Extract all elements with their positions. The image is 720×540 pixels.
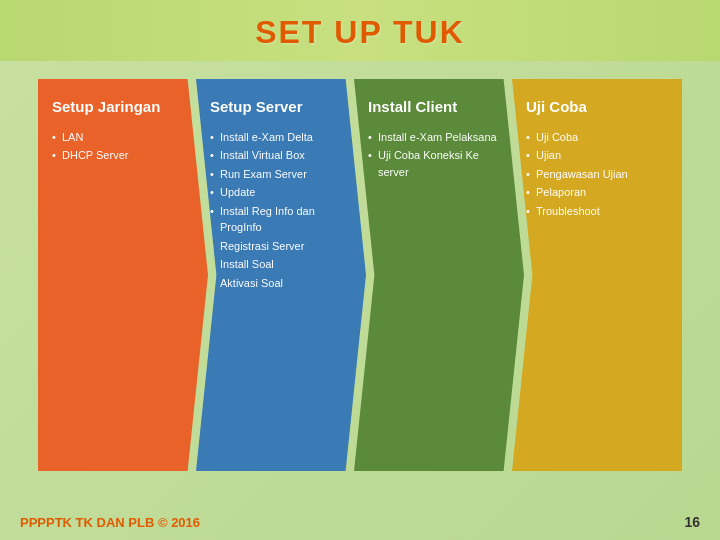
list-item: Run Exam Server [210,166,352,183]
column-list-uji-coba: Uji CobaUjianPengawasan UjianPelaporanTr… [526,129,668,222]
column-install-client: Install ClientInstall e-Xam PelaksanaUji… [354,79,524,471]
list-item: Update [210,184,352,201]
list-item: Pelaporan [526,184,668,201]
list-item: DHCP Server [52,147,194,164]
columns-container: Setup JaringanLANDHCP ServerSetup Server… [0,61,720,481]
list-item: Registrasi Server [210,238,352,255]
list-item: Ujian [526,147,668,164]
page-title: SET UP TUK [0,14,720,51]
column-title-uji-coba: Uji Coba [526,97,668,117]
list-item: Install e-Xam Pelaksana [368,129,510,146]
list-item: Uji Coba [526,129,668,146]
header: SET UP TUK [0,0,720,61]
list-item: Install Reg Info dan ProgInfo [210,203,352,236]
copyright-text: PPPPTK TK DAN PLB © 2016 [20,515,200,530]
column-title-install-client: Install Client [368,97,510,117]
list-item: Uji Coba Koneksi Ke server [368,147,510,180]
list-item: LAN [52,129,194,146]
list-item: Install e-Xam Delta [210,129,352,146]
page: SET UP TUK Setup JaringanLANDHCP ServerS… [0,0,720,540]
column-setup-server: Setup ServerInstall e-Xam DeltaInstall V… [196,79,366,471]
list-item: Install Virtual Box [210,147,352,164]
column-title-setup-server: Setup Server [210,97,352,117]
list-item: Troubleshoot [526,203,668,220]
column-setup-jaringan: Setup JaringanLANDHCP Server [38,79,208,471]
list-item: Aktivasi Soal [210,275,352,292]
list-item: Pengawasan Ujian [526,166,668,183]
column-title-setup-jaringan: Setup Jaringan [52,97,194,117]
column-list-setup-server: Install e-Xam DeltaInstall Virtual BoxRu… [210,129,352,294]
column-list-install-client: Install e-Xam PelaksanaUji Coba Koneksi … [368,129,510,183]
footer: PPPPTK TK DAN PLB © 2016 16 [0,514,720,530]
page-number: 16 [684,514,700,530]
column-uji-coba: Uji CobaUji CobaUjianPengawasan UjianPel… [512,79,682,471]
column-list-setup-jaringan: LANDHCP Server [52,129,194,166]
list-item: Install Soal [210,256,352,273]
